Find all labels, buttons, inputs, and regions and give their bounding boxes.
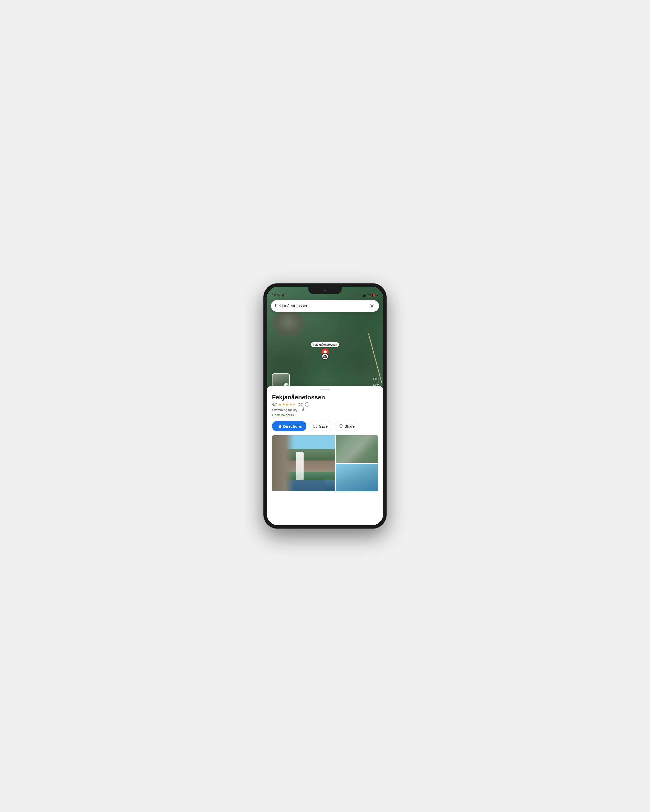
pin-marker-container[interactable] <box>320 348 330 360</box>
search-clear-button[interactable] <box>369 303 375 309</box>
info-icon[interactable]: i <box>305 403 309 406</box>
time-display: 12:32 <box>272 293 280 297</box>
sheet-content: Fekjanåenefossen 4,7 ★ ★ ★ ★ ★ ★ (29) <box>267 390 383 491</box>
star-4: ★ <box>289 403 292 406</box>
share-icon <box>339 424 343 429</box>
share-button[interactable]: Share <box>335 421 359 431</box>
rating-row: 4,7 ★ ★ ★ ★ ★ ★ (29) i <box>272 403 378 406</box>
camera-icon <box>323 355 327 358</box>
svg-rect-1 <box>363 295 364 297</box>
search-input-value: Fekjanåenefossen <box>275 304 369 308</box>
battery-icon <box>372 294 378 297</box>
star-1: ★ <box>278 403 282 406</box>
waterfall-visual <box>296 452 304 480</box>
scale-indicator: 500 ft 200 m <box>366 377 379 387</box>
svg-point-9 <box>303 408 304 409</box>
save-label: Save <box>319 424 327 429</box>
wifi-icon <box>367 294 371 297</box>
accessibility-icon <box>301 408 305 412</box>
photo-side-top[interactable] <box>336 435 378 463</box>
notch-camera <box>323 289 327 292</box>
review-count: (29) <box>297 403 303 406</box>
photo-main[interactable] <box>272 435 335 491</box>
photo-grid[interactable] <box>272 435 378 491</box>
scale-feet: 500 ft <box>373 377 379 381</box>
screen: 12:32 <box>267 287 383 525</box>
share-label: Share <box>345 424 355 429</box>
bottom-sheet: Fekjanåenefossen 4,7 ★ ★ ★ ★ ★ ★ (29) <box>267 386 383 525</box>
pin-camera[interactable] <box>322 353 328 360</box>
water-base-visual <box>281 480 326 491</box>
save-bookmark-icon <box>313 424 317 429</box>
save-button[interactable]: Save <box>309 421 332 431</box>
svg-rect-0 <box>362 296 362 297</box>
photo-side-column <box>336 435 378 491</box>
status-icons <box>362 294 378 297</box>
photo-side-bottom[interactable] <box>336 464 378 491</box>
star-rating: ★ ★ ★ ★ ★ ★ <box>278 403 296 406</box>
status-time-area: 12:32 <box>272 293 284 297</box>
phone-frame: 12:32 <box>264 284 386 528</box>
map-rock-area <box>272 307 305 338</box>
action-buttons: Directions Save <box>272 421 378 431</box>
open-status: Open 24 hours <box>272 413 378 417</box>
star-half: ★ ★ <box>293 403 296 406</box>
star-3: ★ <box>286 403 289 406</box>
signal-icon <box>362 294 366 297</box>
svg-rect-2 <box>364 295 365 297</box>
pin-label: Fekjanåenefossen <box>311 342 339 347</box>
directions-button[interactable]: Directions <box>272 421 306 431</box>
search-bar[interactable]: Fekjanåenefossen <box>271 300 379 312</box>
directions-label: Directions <box>283 424 302 429</box>
svg-rect-5 <box>373 295 375 296</box>
star-2: ★ <box>282 403 285 406</box>
rating-number: 4,7 <box>272 403 277 406</box>
location-icon <box>281 294 284 297</box>
category-label: Swimming facility <box>272 408 297 412</box>
notch <box>309 287 341 294</box>
category-row: Swimming facility · <box>272 408 378 412</box>
svg-rect-3 <box>365 294 366 297</box>
map-area[interactable]: Fekjanåenefossen <box>267 287 383 394</box>
map-pin[interactable]: Fekjanåenefossen <box>311 342 339 360</box>
directions-diamond-icon <box>277 424 281 429</box>
place-name: Fekjanåenefossen <box>272 394 378 401</box>
map-road <box>368 333 382 383</box>
svg-rect-6 <box>377 295 378 296</box>
